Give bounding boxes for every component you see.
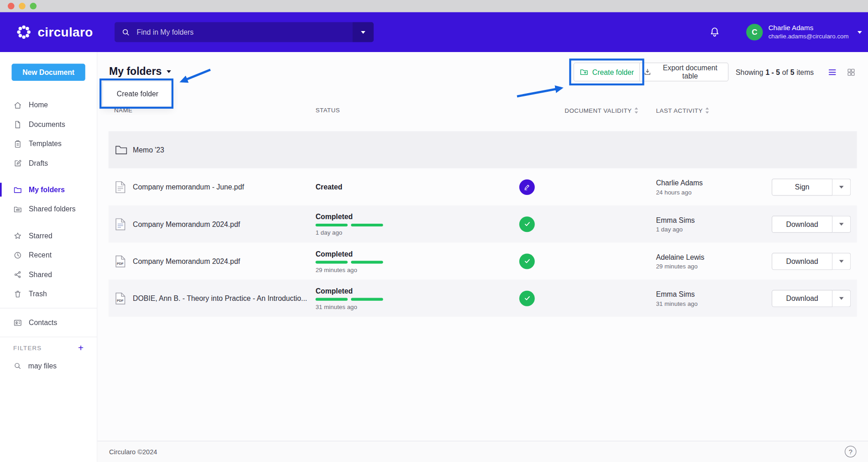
check-icon: [523, 257, 531, 265]
user-name: Charlie Adams: [769, 24, 849, 33]
share-icon: [13, 270, 22, 278]
new-document-button[interactable]: New Document: [11, 63, 85, 81]
sidebar: New Document Home Documents Templates Dr…: [0, 52, 97, 462]
export-document-table-button[interactable]: Export document table: [639, 63, 728, 81]
actor-name: Adelaine Lewis: [656, 253, 704, 261]
trash-icon: [13, 289, 22, 298]
folder-plus-icon: [580, 68, 588, 76]
avatar: C: [746, 24, 763, 40]
last-activity-cell: Emma Sims 1 day ago: [656, 215, 695, 232]
action-dropdown-button[interactable]: [832, 178, 851, 196]
download-button[interactable]: Download: [772, 289, 832, 307]
sidebar-item-shared[interactable]: Shared: [0, 265, 97, 284]
document-name: Company Memorandum 2024.pdf: [133, 220, 240, 228]
sidebar-item-recent[interactable]: Recent: [0, 245, 97, 264]
sidebar-item-label: Recent: [29, 251, 52, 259]
sidebar-item-my-folders[interactable]: My folders: [0, 180, 97, 199]
chevron-down-icon: [839, 223, 844, 226]
document-name: Company memorandum - June.pdf: [133, 183, 244, 191]
folder-icon: [13, 185, 22, 194]
add-filter-button[interactable]: +: [75, 342, 87, 353]
view-toggles: [827, 67, 856, 77]
sidebar-item-starred[interactable]: Starred: [0, 226, 97, 245]
document-file-icon: [115, 180, 125, 193]
minimize-button[interactable]: [19, 3, 26, 10]
contacts-icon: [13, 318, 22, 327]
table-row-document[interactable]: PDF Company Memorandum 2024.pdf Complete…: [109, 242, 857, 279]
help-button[interactable]: ?: [845, 446, 856, 457]
document-name: Company Memorandum 2024.pdf: [133, 257, 240, 265]
page-title-dropdown[interactable]: My folders: [109, 65, 171, 78]
document-name: DOBIE, Ann B. - Theory into Practice - A…: [133, 294, 307, 302]
search-icon: [121, 28, 130, 37]
window-chrome: [0, 0, 868, 12]
svg-text:PDF: PDF: [117, 298, 124, 302]
close-button[interactable]: [8, 3, 15, 10]
zoom-button[interactable]: [30, 3, 37, 10]
brand[interactable]: circularo: [16, 24, 93, 40]
action-dropdown-button[interactable]: [832, 215, 851, 233]
sidebar-item-templates[interactable]: Templates: [0, 134, 97, 153]
create-folder-menu-item[interactable]: Create folder: [117, 90, 158, 98]
chevron-down-icon: [858, 31, 862, 33]
valid-badge: [519, 216, 535, 232]
sidebar-item-label: Trash: [29, 289, 47, 298]
sidebar-nav: Home Documents Templates Drafts M: [0, 95, 97, 374]
search-icon: [13, 361, 21, 369]
copyright: Circularo ©2024: [109, 448, 157, 456]
search-scope-dropdown[interactable]: [353, 22, 374, 42]
status-time: 1 day ago: [315, 229, 383, 236]
table-row-document[interactable]: PDF DOBIE, Ann B. - Theory into Practice…: [109, 280, 857, 317]
folders-dropdown-menu: Create folder: [102, 81, 173, 107]
folder-icon: [115, 145, 127, 155]
action-dropdown-button[interactable]: [832, 289, 851, 307]
document-file-icon: [115, 218, 125, 231]
chevron-down-icon: [167, 70, 171, 73]
action-dropdown-button[interactable]: [832, 252, 851, 270]
row-actions: Download: [772, 289, 851, 307]
progress-bar: [315, 223, 383, 226]
pdf-file-icon: PDF: [115, 292, 125, 304]
status-cell: Created: [315, 183, 342, 191]
sidebar-item-trash[interactable]: Trash: [0, 284, 97, 303]
saved-search-item[interactable]: may files: [0, 357, 97, 373]
sort-validity-button[interactable]: [634, 107, 639, 114]
sidebar-item-home[interactable]: Home: [0, 95, 97, 115]
download-button[interactable]: Download: [772, 215, 832, 233]
last-activity-cell: Charlie Adams 24 hours ago: [656, 178, 703, 195]
grid-view-icon: [847, 67, 856, 77]
create-folder-button[interactable]: Create folder: [574, 63, 640, 81]
download-button[interactable]: Download: [772, 252, 832, 270]
table-row-document[interactable]: Company memorandum - June.pdf Created Ch…: [109, 168, 857, 205]
activity-time: 1 day ago: [656, 226, 695, 232]
sidebar-item-contacts[interactable]: Contacts: [0, 313, 97, 332]
status-label: Completed: [315, 287, 383, 295]
main-content: My folders Create folder Create folder E…: [97, 52, 868, 462]
signature-pen-icon: [523, 183, 531, 191]
activity-time: 24 hours ago: [656, 189, 703, 195]
document-table: Memo '23 Company memorandum - June.pdf C…: [109, 131, 857, 316]
sidebar-item-drafts[interactable]: Drafts: [0, 153, 97, 173]
sort-activity-button[interactable]: [705, 107, 710, 114]
footer: Circularo ©2024 ?: [97, 441, 868, 462]
sidebar-item-shared-folders[interactable]: Shared folders: [0, 200, 97, 219]
table-row-document[interactable]: Company Memorandum 2024.pdf Completed 1 …: [109, 205, 857, 242]
table-row-folder[interactable]: Memo '23: [109, 131, 857, 168]
star-icon: [13, 231, 22, 240]
user-menu[interactable]: C Charlie Adams charlie.adams@circularo.…: [746, 24, 862, 40]
chevron-down-icon: [839, 297, 844, 299]
bell-icon: [709, 26, 721, 38]
clock-icon: [13, 251, 22, 259]
list-view-button[interactable]: [827, 67, 837, 77]
global-search-input[interactable]: [136, 21, 352, 42]
sidebar-item-label: Templates: [29, 140, 62, 148]
progress-bar: [315, 261, 383, 263]
grid-view-button[interactable]: [847, 67, 856, 77]
sign-button[interactable]: Sign: [772, 178, 832, 196]
sidebar-item-documents[interactable]: Documents: [0, 115, 97, 134]
chevron-down-icon: [839, 260, 844, 262]
folder-name: Memo '23: [133, 146, 164, 154]
app-window: circularo C Charlie Adams charlie: [0, 0, 868, 462]
notifications-button[interactable]: [709, 26, 721, 38]
valid-badge: [519, 290, 535, 306]
